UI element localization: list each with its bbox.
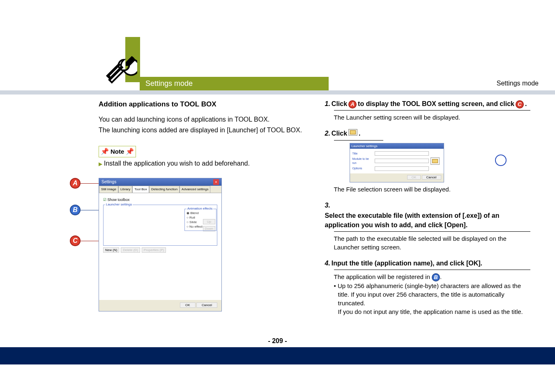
settings-dialog-titlebar: Settings × (99, 178, 221, 186)
ld-options-input[interactable] (375, 166, 429, 171)
radio-roll[interactable]: ○ Roll (187, 215, 214, 220)
ld-cancel-button[interactable]: Cancel (422, 175, 441, 180)
properties-button[interactable]: Properties (P) (142, 247, 166, 253)
step-4-heading: 4. Input the title (application name), a… (325, 259, 531, 268)
animation-effects-group: Animation effects ◉ Blend ○ Roll ○ Slide… (184, 209, 216, 231)
marker-a: A (70, 178, 81, 189)
cancel-button[interactable]: Cancel (196, 302, 217, 308)
animation-effects-label: Animation effects (187, 206, 213, 211)
wrench-icon (105, 52, 137, 90)
header-green-bar: Settings mode (140, 77, 329, 90)
note-box: 📌 Note 📌 (99, 146, 136, 157)
intro-para-2: The launching icons added are displayed … (99, 126, 304, 135)
radio-slide[interactable]: ○ Slide (187, 220, 214, 224)
marker-b-inline: B (432, 273, 440, 281)
page-number: - 209 - (0, 337, 555, 345)
marker-c: C (70, 235, 81, 246)
marker-a-inline: A (348, 100, 357, 108)
ld-title-input[interactable] (375, 151, 429, 156)
tab-detecting[interactable]: Detecting function (149, 186, 180, 192)
header-divider (0, 90, 555, 95)
tab-still-image[interactable]: Still image (99, 186, 118, 192)
header-breadcrumb: Settings mode (329, 80, 555, 90)
settings-dialog-title: Settings (101, 179, 116, 185)
tab-toolbox[interactable]: Tool Box (132, 186, 149, 192)
marker-c-inline: C (516, 100, 524, 108)
ld-options-label: Options (352, 166, 373, 171)
step-4-bullet: • Up to 256 alphanumeric (single-byte) c… (334, 281, 531, 307)
launcher-dialog-title: Launcher settings (350, 143, 444, 149)
step-2-heading: 2. Click . (325, 129, 531, 138)
ld-title-label: Title (352, 152, 373, 156)
step-4-body: The application will be registered in B.… (325, 272, 531, 316)
delete-button[interactable]: Delete (D) (121, 247, 140, 253)
settings-tabs: Still image Library Tool Box Detecting f… (99, 186, 221, 193)
note-label: Note (111, 147, 124, 156)
section-heading: Addition applications to TOOL BOX (99, 99, 304, 109)
browse-highlight-circle (495, 154, 507, 166)
close-icon[interactable]: × (213, 179, 219, 185)
intro-para-1: You can add launching icons of applicati… (99, 115, 304, 124)
radio-blend[interactable]: ◉ Blend (187, 211, 214, 215)
marker-b-line (81, 210, 99, 210)
marker-a-line (81, 183, 99, 184)
ok-button[interactable]: OK (180, 302, 196, 308)
marker-b: B (70, 205, 81, 215)
step-3-heading: 3. Select the executable file (with exte… (325, 201, 531, 230)
tab-advanced[interactable]: Advanced settings (180, 186, 210, 192)
show-toolbox-checkbox[interactable]: ☑ Show toolbox (103, 198, 130, 202)
step-1-heading: 1. Click A to display the TOOL BOX setti… (325, 99, 531, 108)
pin-icon: 📌 (101, 147, 109, 156)
step-3-body: The path to the executable file selected… (325, 234, 531, 251)
browse-button[interactable] (431, 157, 440, 165)
radio-noeffect[interactable]: ○ No effect (187, 224, 214, 229)
launcher-settings-label: Launcher settings (105, 202, 133, 207)
tab-library[interactable]: Library (118, 186, 132, 192)
new-button[interactable]: New (N) (103, 247, 119, 253)
ld-module-input[interactable] (375, 159, 429, 163)
step-1-body: The Launcher setting screen will be disp… (325, 113, 531, 122)
step-4-body2: If you do not input any title, the appli… (334, 307, 531, 316)
launcher-settings-dialog: Launcher settings Title Module to be run… (350, 143, 444, 182)
marker-c-line (81, 241, 99, 241)
ld-module-label: Module to be run (352, 157, 373, 165)
step-2-body: The File selection screen will be displa… (325, 185, 531, 194)
pin-icon: 📌 (126, 147, 134, 156)
note-text: Install the application you wish to add … (99, 159, 304, 168)
footer-bar (0, 347, 555, 364)
settings-dialog: Settings × Still image Library Tool Box … (99, 178, 222, 311)
ld-ok-button[interactable]: OK (407, 175, 421, 180)
folder-open-icon (348, 129, 357, 136)
